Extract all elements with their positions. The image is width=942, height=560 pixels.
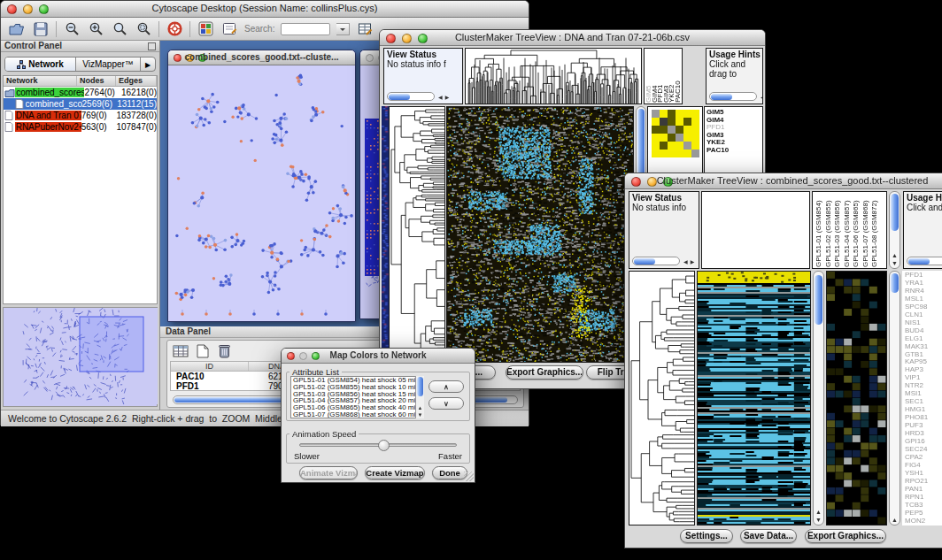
table-import-button[interactable] [356, 20, 374, 38]
matrix-cell[interactable] [652, 150, 660, 157]
scroll-left-arrow[interactable]: ◀ [683, 259, 691, 265]
scrollbar-thumb[interactable] [711, 94, 732, 100]
matrix-cell[interactable] [691, 118, 699, 126]
matrix-cell[interactable] [652, 134, 660, 142]
treeview-titlebar[interactable]: ClusterMaker TreeView : DNA and Tran 07-… [380, 30, 765, 46]
column-labels-scrollbar[interactable]: ▲ ▼ [889, 191, 900, 269]
network-view-canvas[interactable] [168, 65, 355, 321]
zoom-selected-button[interactable] [111, 20, 128, 38]
scroll-down-arrow[interactable]: ▼ [890, 260, 900, 267]
scroll-left-arrow[interactable]: ◀ [438, 95, 445, 100]
column-label[interactable]: GPL51-06 (GSM865) [852, 193, 861, 267]
matrix-cell[interactable] [683, 118, 691, 126]
matrix-cell[interactable] [676, 134, 683, 142]
matrix-cell[interactable] [652, 142, 660, 150]
move-down-button[interactable]: ∨ [429, 397, 464, 410]
scroll-up-arrow[interactable]: ▲ [416, 405, 424, 411]
resize-grip[interactable] [464, 472, 474, 481]
matrix-cell[interactable] [668, 142, 676, 150]
search-dropdown[interactable] [336, 23, 350, 35]
zoom-fit-button[interactable] [135, 20, 152, 38]
birds-eye-view[interactable] [3, 307, 158, 407]
matrix-cell[interactable] [668, 134, 676, 142]
scroll-down-arrow[interactable]: ▼ [814, 517, 823, 524]
mini-scrollbar[interactable]: ◀▶ [709, 92, 763, 101]
zoom-in-button[interactable] [87, 20, 104, 38]
help-button[interactable] [166, 20, 183, 38]
create-attribute-button[interactable] [194, 342, 211, 359]
column-header-id[interactable]: ID [171, 362, 249, 371]
network-overview-canvas[interactable] [4, 308, 158, 404]
scrollbar-thumb[interactable] [908, 258, 930, 265]
row-dendrogram-canvas[interactable] [629, 272, 694, 525]
matrix-cell[interactable] [691, 134, 699, 142]
matrix-cell[interactable] [676, 150, 683, 157]
gene-list-scrollbar[interactable]: ▲ [889, 271, 900, 525]
gene-label[interactable]: MON2 [905, 518, 942, 525]
tab-vizmapper[interactable]: VizMapper™ [76, 58, 140, 71]
column-dendrogram-canvas[interactable] [466, 49, 641, 104]
heatmap-canvas[interactable] [447, 107, 633, 362]
matrix-cell[interactable] [660, 134, 668, 142]
scroll-left-arrow[interactable]: ◀ [761, 95, 763, 100]
matrix-cell[interactable] [660, 118, 668, 126]
matrix-cell[interactable] [660, 142, 668, 150]
table-row[interactable]: DNA and Tran 07 769(0) 183728(0) [4, 110, 157, 121]
column-header-nodes[interactable]: Nodes [77, 76, 116, 86]
matrix-cell[interactable] [652, 110, 660, 118]
treeview-titlebar[interactable]: ClusterMaker TreeView : combined_scores_… [625, 173, 942, 189]
scroll-down-arrow[interactable]: ▼ [416, 412, 424, 418]
speed-slider[interactable] [299, 443, 457, 447]
scrollbar-thumb[interactable] [417, 377, 423, 396]
column-label[interactable]: GPL51-08 (GSM872) [870, 193, 880, 267]
matrix-cell[interactable] [676, 142, 683, 150]
matrix-cell[interactable] [652, 126, 660, 134]
vertical-scrollbar[interactable]: ▲ ▼ [813, 271, 824, 525]
row-label[interactable]: PAC10 [706, 147, 762, 155]
modify-attributes-button[interactable] [197, 20, 214, 38]
scrollbar-thumb[interactable] [891, 194, 899, 231]
main-titlebar[interactable]: Cytoscape Desktop (Session Name: collins… [1, 1, 529, 18]
column-dendrogram-panel[interactable] [701, 191, 810, 269]
matrix-cell[interactable] [676, 110, 683, 118]
table-row[interactable]: combined_scores 2764(0) 16218(0) [4, 87, 157, 98]
scrollbar-thumb[interactable] [891, 273, 899, 293]
attribute-list[interactable]: GPL51-01 (GSM854) heat shock 05 minGPL51… [290, 376, 423, 418]
column-label[interactable]: GPL51-01 (GSM854) [815, 193, 824, 267]
scroll-right-arrow[interactable]: ▶ [445, 95, 452, 100]
matrix-cell[interactable] [668, 150, 676, 157]
done-button[interactable]: Done [432, 466, 467, 479]
table-row-selected[interactable]: combined_sco 2569(6) 13112(15) [4, 98, 157, 110]
matrix-cell[interactable] [660, 150, 668, 157]
scroll-up-arrow[interactable]: ▲ [890, 517, 900, 524]
column-label[interactable]: GPL51-02 (GSM855) [824, 193, 834, 267]
scrollbar-thumb[interactable] [815, 275, 822, 325]
matrix-cell[interactable] [660, 126, 668, 134]
matrix-cell[interactable] [683, 126, 691, 134]
column-header-edges[interactable]: Edges [116, 76, 157, 86]
delete-attribute-button[interactable] [216, 342, 233, 359]
export-graphics-button[interactable]: Export Graphics... [805, 529, 886, 543]
column-label[interactable]: GPL51-04 (GSM857) [843, 193, 853, 267]
table-row[interactable]: RNAPuberNov2+ 563(0) 107847(0) [4, 121, 157, 133]
animate-vizmap-button[interactable]: Animate Vizmap [299, 466, 358, 479]
zoomed-heatmap-canvas[interactable] [827, 272, 886, 525]
matrix-cell[interactable] [652, 118, 660, 126]
matrix-cell[interactable] [683, 134, 691, 142]
scrollbar-thumb[interactable] [389, 94, 410, 100]
matrix-cell[interactable] [660, 110, 668, 118]
scroll-right-arrow[interactable]: ▶ [691, 259, 698, 265]
list-scrollbar[interactable]: ▲ ▼ [415, 376, 424, 418]
matrix-cell[interactable] [676, 126, 683, 134]
global-heatmap-canvas[interactable] [698, 272, 810, 525]
export-graphics-button[interactable]: Export Graphics... [506, 365, 583, 380]
matrix-cell[interactable] [676, 118, 683, 126]
column-label[interactable]: GPL51-07 (GSM868) [861, 193, 871, 267]
close-button[interactable] [366, 54, 374, 62]
network-window-titlebar[interactable]: combined_scores_good.txt--cluste... [168, 50, 355, 65]
matrix-cell[interactable] [668, 126, 676, 134]
matrix-cell[interactable] [683, 150, 691, 157]
open-session-button[interactable] [8, 20, 26, 38]
matrix-cell[interactable] [668, 118, 676, 126]
matrix-cell[interactable] [691, 126, 699, 134]
